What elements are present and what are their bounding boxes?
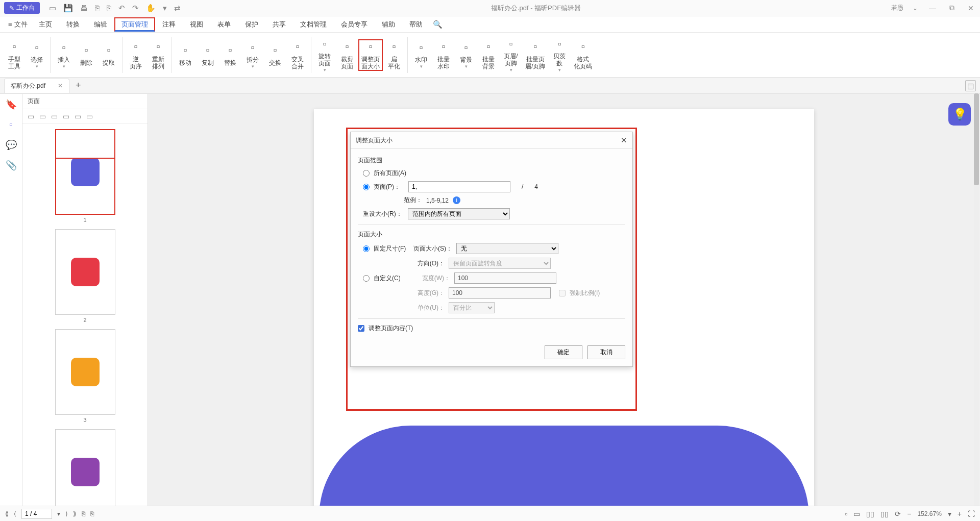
ribbon-btn-14[interactable]: ▫交换 <box>264 43 286 67</box>
document-tab[interactable]: 福昕办公.pdf ✕ <box>4 79 69 93</box>
ribbon-btn-25[interactable]: ▫批量 背景 <box>477 39 500 71</box>
all-pages-radio[interactable] <box>363 170 370 177</box>
new-tab-button[interactable]: + <box>76 80 81 91</box>
info-icon[interactable]: i <box>453 196 460 204</box>
thumbnail-page[interactable] <box>55 329 115 415</box>
ribbon-btn-1[interactable]: ▫选择▾ <box>26 40 48 70</box>
user-name[interactable]: 若愚 <box>891 4 903 12</box>
open-icon[interactable]: ▭ <box>49 4 56 13</box>
ribbon-btn-7[interactable]: ▫逆 页序 <box>125 39 147 71</box>
sb-icon-1[interactable]: ⎘ <box>82 510 85 517</box>
menu-item-6[interactable]: 表单 <box>210 17 238 32</box>
ribbon-btn-26[interactable]: ▫页眉/ 页脚▾ <box>500 36 522 73</box>
page-dropdown-icon[interactable]: ▾ <box>57 510 60 517</box>
ribbon-btn-23[interactable]: ▫批量 水印 <box>432 39 455 71</box>
maximize-button[interactable]: ⧉ <box>947 4 957 12</box>
fixed-size-radio[interactable] <box>363 245 370 252</box>
undo-icon[interactable]: ↶ <box>118 4 125 13</box>
menu-item-10[interactable]: 会员专享 <box>334 17 375 32</box>
custom-radio[interactable] <box>363 275 370 282</box>
pages-radio[interactable] <box>363 184 370 190</box>
minimize-button[interactable]: — <box>927 4 938 12</box>
adjust-content-checkbox[interactable] <box>358 325 364 332</box>
tips-button[interactable]: 💡 <box>948 103 971 126</box>
ribbon-btn-0[interactable]: ▫手型 工具 <box>3 39 26 71</box>
thumbnail-page[interactable] <box>55 229 115 315</box>
menu-item-0[interactable]: 主页 <box>32 17 59 32</box>
ribbon-btn-11[interactable]: ▫复制 <box>197 43 219 67</box>
menu-item-4[interactable]: 注释 <box>155 17 183 32</box>
close-button[interactable]: ✕ <box>966 4 976 12</box>
vertical-scrollbar[interactable] <box>974 93 979 511</box>
ribbon-btn-4[interactable]: ▫删除 <box>75 43 97 67</box>
ribbon-btn-3[interactable]: ▫插入▾ <box>53 40 75 70</box>
ribbon-btn-8[interactable]: ▫重新 排列 <box>147 39 169 71</box>
redo-icon[interactable]: ↷ <box>132 4 139 13</box>
thumbnail-page[interactable] <box>55 429 115 512</box>
ribbon-btn-13[interactable]: ▫拆分▾ <box>241 40 264 70</box>
view-mode-2-icon[interactable]: ▭ <box>853 510 860 518</box>
ok-button[interactable]: 确定 <box>545 345 582 359</box>
thumb-tool-5[interactable]: ▭ <box>75 112 81 120</box>
ribbon-btn-20[interactable]: ▫扁 平化 <box>383 39 405 71</box>
pages-input[interactable] <box>408 181 510 192</box>
ribbon-btn-18[interactable]: ▫裁剪 页面 <box>336 39 358 71</box>
print-icon[interactable]: 🖶 <box>80 4 88 13</box>
view-mode-1-icon[interactable]: ▫ <box>845 510 847 518</box>
menu-item-3[interactable]: 页面管理 <box>114 17 155 32</box>
export-icon[interactable]: ⎘ <box>95 4 100 13</box>
next-page-icon[interactable]: ⟩ <box>65 510 68 517</box>
more-icon[interactable]: ⇄ <box>174 4 181 13</box>
prev-page-icon[interactable]: ⟨ <box>14 510 16 517</box>
ribbon-btn-19[interactable]: ▫调整页 面大小 <box>358 39 383 71</box>
view-mode-5-icon[interactable]: ⟳ <box>895 510 901 518</box>
bookmark-icon[interactable]: 🔖 <box>6 99 17 110</box>
thumb-tool-3[interactable]: ▭ <box>51 112 58 120</box>
thumbnails-icon[interactable]: ▫ <box>9 119 12 130</box>
ribbon-btn-24[interactable]: ▫背景▾ <box>455 40 477 70</box>
thumb-tool-4[interactable]: ▭ <box>63 112 69 120</box>
thumbnail-item[interactable]: 2 <box>55 229 115 323</box>
dropdown-icon[interactable]: ▾ <box>163 4 167 13</box>
thumbnail-page[interactable] <box>55 129 115 215</box>
sb-icon-2[interactable]: ⎘ <box>90 510 94 517</box>
menu-item-1[interactable]: 转换 <box>59 17 87 32</box>
ribbon-btn-15[interactable]: ▫交叉 合并 <box>286 39 309 71</box>
ribbon-btn-28[interactable]: ▫贝茨 数▾ <box>548 36 571 73</box>
tab-close-icon[interactable]: ✕ <box>58 82 63 89</box>
page-size-select[interactable]: 无 <box>456 243 558 254</box>
menu-item-9[interactable]: 文档管理 <box>293 17 334 32</box>
menu-item-7[interactable]: 保护 <box>238 17 265 32</box>
ribbon-btn-12[interactable]: ▫替换 <box>219 43 241 67</box>
scrollbar-thumb[interactable] <box>974 93 979 185</box>
menu-item-2[interactable]: 编辑 <box>87 17 114 32</box>
file-menu[interactable]: ≡ 文件 <box>4 20 32 29</box>
search-icon[interactable]: 🔍 <box>433 20 443 29</box>
hand-icon[interactable]: ✋ <box>146 4 156 13</box>
page-input[interactable] <box>21 509 52 519</box>
resize-select[interactable]: 范围内的所有页面 <box>408 208 510 219</box>
ribbon-btn-29[interactable]: ▫格式 化页码 <box>571 39 595 71</box>
zoom-dropdown-icon[interactable]: ▾ <box>948 510 951 518</box>
ribbon-btn-5[interactable]: ▫提取 <box>97 43 120 67</box>
thumb-tool-1[interactable]: ▭ <box>28 112 34 120</box>
tab-options-icon[interactable]: ▤ <box>965 80 976 91</box>
thumb-tool-6[interactable]: ▭ <box>86 112 93 120</box>
ribbon-btn-27[interactable]: ▫批量页 眉/页脚 <box>522 39 548 71</box>
first-page-icon[interactable]: ⟪ <box>5 510 9 517</box>
thumbnail-item[interactable]: 1 <box>55 129 115 223</box>
thumbnail-item[interactable]: 4 <box>55 429 115 512</box>
menu-item-8[interactable]: 共享 <box>265 17 293 32</box>
view-mode-3-icon[interactable]: ▯▯ <box>866 510 874 518</box>
view-mode-4-icon[interactable]: ▯▯ <box>880 510 889 518</box>
zoom-out-icon[interactable]: − <box>907 510 911 518</box>
user-dropdown-icon[interactable]: ⌄ <box>913 5 918 12</box>
zoom-in-icon[interactable]: + <box>958 510 962 518</box>
fullscreen-icon[interactable]: ⛶ <box>968 510 975 518</box>
cancel-button[interactable]: 取消 <box>587 345 625 359</box>
ribbon-btn-22[interactable]: ▫水印▾ <box>410 40 432 70</box>
attachments-icon[interactable]: 📎 <box>6 160 17 171</box>
menu-item-12[interactable]: 帮助 <box>402 17 430 32</box>
dialog-close-icon[interactable]: ✕ <box>621 136 627 145</box>
menu-item-11[interactable]: 辅助 <box>375 17 402 32</box>
